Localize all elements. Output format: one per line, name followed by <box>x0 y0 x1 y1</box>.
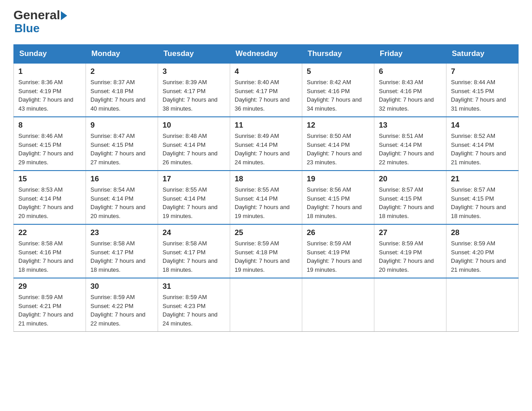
day-info: Sunrise: 8:58 AMSunset: 4:17 PMDaylight:… <box>163 239 225 274</box>
day-info: Sunrise: 8:58 AMSunset: 4:16 PMDaylight:… <box>18 239 81 274</box>
table-row: 28 Sunrise: 8:59 AMSunset: 4:20 PMDaylig… <box>446 224 519 278</box>
header-tuesday: Tuesday <box>158 45 230 64</box>
day-info: Sunrise: 8:37 AMSunset: 4:18 PMDaylight:… <box>90 78 153 113</box>
header-thursday: Thursday <box>302 45 374 64</box>
header-monday: Monday <box>86 45 158 64</box>
table-row: 24 Sunrise: 8:58 AMSunset: 4:17 PMDaylig… <box>158 224 230 278</box>
day-info: Sunrise: 8:59 AMSunset: 4:18 PMDaylight:… <box>235 239 297 274</box>
logo: General Blue <box>13 9 67 35</box>
table-row: 17 Sunrise: 8:55 AMSunset: 4:14 PMDaylig… <box>158 171 230 224</box>
day-number: 27 <box>379 228 442 237</box>
table-row <box>446 278 519 332</box>
day-info: Sunrise: 8:47 AMSunset: 4:15 PMDaylight:… <box>90 132 153 167</box>
table-row: 15 Sunrise: 8:53 AMSunset: 4:14 PMDaylig… <box>14 171 86 224</box>
day-number: 23 <box>90 228 153 237</box>
day-number: 13 <box>379 121 442 130</box>
table-row <box>230 278 302 332</box>
day-number: 22 <box>18 228 81 237</box>
day-info: Sunrise: 8:42 AMSunset: 4:16 PMDaylight:… <box>307 78 369 113</box>
day-info: Sunrise: 8:55 AMSunset: 4:14 PMDaylight:… <box>163 185 225 220</box>
day-number: 18 <box>235 175 297 184</box>
day-info: Sunrise: 8:43 AMSunset: 4:16 PMDaylight:… <box>379 78 442 113</box>
table-row: 6 Sunrise: 8:43 AMSunset: 4:16 PMDayligh… <box>374 63 446 117</box>
calendar-week-row: 1 Sunrise: 8:36 AMSunset: 4:19 PMDayligh… <box>14 63 519 117</box>
day-info: Sunrise: 8:57 AMSunset: 4:15 PMDaylight:… <box>379 185 442 220</box>
table-row: 30 Sunrise: 8:59 AMSunset: 4:22 PMDaylig… <box>86 278 158 332</box>
calendar-week-row: 29 Sunrise: 8:59 AMSunset: 4:21 PMDaylig… <box>14 278 519 332</box>
table-row: 22 Sunrise: 8:58 AMSunset: 4:16 PMDaylig… <box>14 224 86 278</box>
day-number: 9 <box>90 121 153 130</box>
table-row: 5 Sunrise: 8:42 AMSunset: 4:16 PMDayligh… <box>302 63 374 117</box>
day-number: 3 <box>163 67 225 76</box>
calendar-table: Sunday Monday Tuesday Wednesday Thursday… <box>13 44 519 332</box>
table-row: 21 Sunrise: 8:57 AMSunset: 4:15 PMDaylig… <box>446 171 519 224</box>
day-number: 16 <box>90 175 153 184</box>
table-row: 14 Sunrise: 8:52 AMSunset: 4:14 PMDaylig… <box>446 117 519 171</box>
day-info: Sunrise: 8:51 AMSunset: 4:14 PMDaylight:… <box>379 132 442 167</box>
day-number: 19 <box>307 175 369 184</box>
day-number: 29 <box>18 282 81 291</box>
day-info: Sunrise: 8:36 AMSunset: 4:19 PMDaylight:… <box>18 78 81 113</box>
table-row: 13 Sunrise: 8:51 AMSunset: 4:14 PMDaylig… <box>374 117 446 171</box>
day-info: Sunrise: 8:57 AMSunset: 4:15 PMDaylight:… <box>451 185 514 220</box>
day-number: 5 <box>307 67 369 76</box>
day-number: 15 <box>18 175 81 184</box>
table-row: 2 Sunrise: 8:37 AMSunset: 4:18 PMDayligh… <box>86 63 158 117</box>
logo-arrow-icon <box>61 11 67 20</box>
table-row: 31 Sunrise: 8:59 AMSunset: 4:23 PMDaylig… <box>158 278 230 332</box>
day-info: Sunrise: 8:56 AMSunset: 4:15 PMDaylight:… <box>307 185 369 220</box>
calendar-week-row: 22 Sunrise: 8:58 AMSunset: 4:16 PMDaylig… <box>14 224 519 278</box>
day-info: Sunrise: 8:40 AMSunset: 4:17 PMDaylight:… <box>235 78 297 113</box>
day-info: Sunrise: 8:55 AMSunset: 4:14 PMDaylight:… <box>235 185 297 220</box>
table-row: 29 Sunrise: 8:59 AMSunset: 4:21 PMDaylig… <box>14 278 86 332</box>
day-info: Sunrise: 8:50 AMSunset: 4:14 PMDaylight:… <box>307 132 369 167</box>
day-info: Sunrise: 8:46 AMSunset: 4:15 PMDaylight:… <box>18 132 81 167</box>
table-row: 26 Sunrise: 8:59 AMSunset: 4:19 PMDaylig… <box>302 224 374 278</box>
table-row: 25 Sunrise: 8:59 AMSunset: 4:18 PMDaylig… <box>230 224 302 278</box>
table-row <box>302 278 374 332</box>
day-number: 31 <box>163 282 225 291</box>
day-number: 30 <box>90 282 153 291</box>
day-number: 26 <box>307 228 369 237</box>
day-info: Sunrise: 8:59 AMSunset: 4:20 PMDaylight:… <box>451 239 514 274</box>
table-row: 27 Sunrise: 8:59 AMSunset: 4:19 PMDaylig… <box>374 224 446 278</box>
table-row: 10 Sunrise: 8:48 AMSunset: 4:14 PMDaylig… <box>158 117 230 171</box>
table-row: 16 Sunrise: 8:54 AMSunset: 4:14 PMDaylig… <box>86 171 158 224</box>
table-row: 20 Sunrise: 8:57 AMSunset: 4:15 PMDaylig… <box>374 171 446 224</box>
calendar-week-row: 8 Sunrise: 8:46 AMSunset: 4:15 PMDayligh… <box>14 117 519 171</box>
day-info: Sunrise: 8:53 AMSunset: 4:14 PMDaylight:… <box>18 185 81 220</box>
calendar-week-row: 15 Sunrise: 8:53 AMSunset: 4:14 PMDaylig… <box>14 171 519 224</box>
day-info: Sunrise: 8:58 AMSunset: 4:17 PMDaylight:… <box>90 239 153 274</box>
day-info: Sunrise: 8:52 AMSunset: 4:14 PMDaylight:… <box>451 132 514 167</box>
day-number: 12 <box>307 121 369 130</box>
table-row: 8 Sunrise: 8:46 AMSunset: 4:15 PMDayligh… <box>14 117 86 171</box>
day-number: 6 <box>379 67 442 76</box>
header-wednesday: Wednesday <box>230 45 302 64</box>
day-info: Sunrise: 8:54 AMSunset: 4:14 PMDaylight:… <box>90 185 153 220</box>
table-row: 7 Sunrise: 8:44 AMSunset: 4:15 PMDayligh… <box>446 63 519 117</box>
day-number: 1 <box>18 67 81 76</box>
day-number: 11 <box>235 121 297 130</box>
header-sunday: Sunday <box>14 45 86 64</box>
day-info: Sunrise: 8:48 AMSunset: 4:14 PMDaylight:… <box>163 132 225 167</box>
day-number: 25 <box>235 228 297 237</box>
table-row: 9 Sunrise: 8:47 AMSunset: 4:15 PMDayligh… <box>86 117 158 171</box>
table-row: 19 Sunrise: 8:56 AMSunset: 4:15 PMDaylig… <box>302 171 374 224</box>
day-number: 10 <box>163 121 225 130</box>
day-number: 7 <box>451 67 514 76</box>
day-info: Sunrise: 8:59 AMSunset: 4:19 PMDaylight:… <box>379 239 442 274</box>
table-row: 4 Sunrise: 8:40 AMSunset: 4:17 PMDayligh… <box>230 63 302 117</box>
day-info: Sunrise: 8:59 AMSunset: 4:23 PMDaylight:… <box>163 293 225 328</box>
day-number: 17 <box>163 175 225 184</box>
page-header: General Blue <box>13 9 519 35</box>
day-info: Sunrise: 8:44 AMSunset: 4:15 PMDaylight:… <box>451 78 514 113</box>
weekday-header-row: Sunday Monday Tuesday Wednesday Thursday… <box>14 45 519 64</box>
day-number: 2 <box>90 67 153 76</box>
day-info: Sunrise: 8:39 AMSunset: 4:17 PMDaylight:… <box>163 78 225 113</box>
table-row: 12 Sunrise: 8:50 AMSunset: 4:14 PMDaylig… <box>302 117 374 171</box>
table-row: 3 Sunrise: 8:39 AMSunset: 4:17 PMDayligh… <box>158 63 230 117</box>
day-info: Sunrise: 8:59 AMSunset: 4:19 PMDaylight:… <box>307 239 369 274</box>
header-friday: Friday <box>374 45 446 64</box>
table-row: 1 Sunrise: 8:36 AMSunset: 4:19 PMDayligh… <box>14 63 86 117</box>
day-info: Sunrise: 8:49 AMSunset: 4:14 PMDaylight:… <box>235 132 297 167</box>
